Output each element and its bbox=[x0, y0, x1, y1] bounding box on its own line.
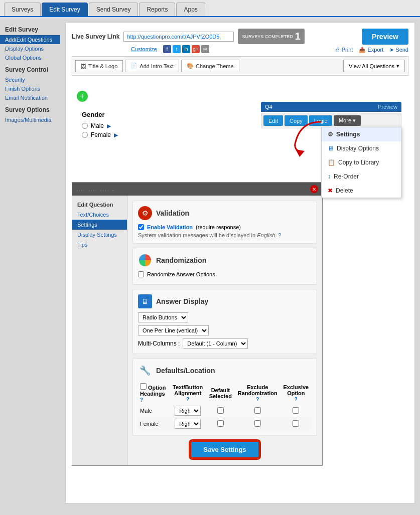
female-exclusive-checkbox[interactable] bbox=[293, 420, 299, 427]
answer-display-header: 🖥 Answer Display bbox=[138, 294, 312, 308]
female-exclude-checkbox[interactable] bbox=[254, 420, 261, 427]
more-dropdown: ⚙ Settings 🖥 Display Options 📋 Copy to L… bbox=[321, 127, 401, 198]
female-alignment-select[interactable]: Right Left Center bbox=[175, 419, 201, 429]
option-help-icon[interactable]: ? bbox=[140, 397, 143, 403]
q4-more-button[interactable]: More ▾ bbox=[334, 115, 361, 126]
more-menu-reorder[interactable]: ↕ Re-Order bbox=[322, 169, 401, 184]
surveys-completed-count: 1 bbox=[295, 31, 301, 42]
tab-apps[interactable]: Apps bbox=[176, 3, 205, 16]
layout-select[interactable]: One Per Line (vertical) Two Per Line Thr… bbox=[138, 325, 209, 335]
send-icon: ➤ bbox=[389, 47, 394, 53]
edit-modal-sidebar: Edit Question Text/Choices Settings Disp… bbox=[72, 196, 127, 465]
enable-validation-checkbox[interactable] bbox=[138, 224, 144, 230]
edit-modal-body: Edit Question Text/Choices Settings Disp… bbox=[72, 196, 322, 465]
validation-icon: ⚙ bbox=[138, 206, 152, 220]
facebook-icon[interactable]: f bbox=[163, 45, 171, 53]
print-link[interactable]: 🖨 Print bbox=[335, 47, 353, 53]
export-link[interactable]: 📤 Export bbox=[359, 47, 383, 53]
surveys-completed-box: SURVEYS COMPLETED 1 bbox=[238, 29, 305, 44]
change-theme-button[interactable]: 🎨 Change Theme bbox=[181, 60, 239, 72]
more-menu-display-options[interactable]: 🖥 Display Options bbox=[322, 141, 401, 155]
title-logo-icon: 🖼 bbox=[81, 63, 86, 69]
q4-copy-button[interactable]: Copy bbox=[285, 115, 308, 126]
tab-edit-survey[interactable]: Edit Survey bbox=[42, 3, 87, 16]
modal-sidebar-text-choices[interactable]: Text/Choices bbox=[72, 210, 127, 220]
more-menu-copy-to-library[interactable]: 📋 Copy to Library bbox=[322, 155, 401, 169]
randomization-title: Randomization bbox=[156, 256, 206, 264]
change-theme-icon: 🎨 bbox=[187, 63, 194, 69]
male-arrow[interactable]: ▶ bbox=[107, 123, 111, 129]
female-radio[interactable] bbox=[82, 132, 88, 138]
google-icon[interactable]: g+ bbox=[192, 45, 200, 53]
sidebar-item-security[interactable]: Security bbox=[0, 75, 60, 84]
exclusive-help-icon[interactable]: ? bbox=[295, 397, 298, 402]
save-settings-button[interactable]: Save Settings bbox=[190, 441, 259, 458]
sidebar-item-global-options[interactable]: Global Options bbox=[0, 53, 60, 62]
linkedin-icon[interactable]: in bbox=[182, 45, 190, 53]
female-exclusive-cell bbox=[281, 417, 312, 430]
randomize-checkbox[interactable] bbox=[138, 271, 144, 277]
live-survey-url[interactable] bbox=[123, 32, 234, 42]
preview-button[interactable]: Preview bbox=[362, 29, 408, 45]
more-menu-settings[interactable]: ⚙ Settings bbox=[322, 127, 401, 141]
male-default-checkbox[interactable] bbox=[217, 407, 224, 414]
randomize-row: Randomize Answer Options bbox=[138, 271, 312, 277]
twitter-icon[interactable]: t bbox=[173, 45, 181, 53]
sidebar-item-finish-options[interactable]: Finish Options bbox=[0, 84, 60, 93]
add-intro-text-button[interactable]: 📄 Add Intro Text bbox=[125, 60, 179, 72]
alignment-help-icon[interactable]: ? bbox=[186, 397, 189, 402]
sidebar-item-display-options[interactable]: Display Options bbox=[0, 44, 60, 53]
copy-library-icon: 📋 bbox=[328, 159, 335, 166]
more-menu-delete[interactable]: ✖ Delete bbox=[322, 184, 401, 198]
export-icon: 📤 bbox=[359, 47, 366, 53]
sidebar-item-add-edit-questions[interactable]: Add/Edit Questions bbox=[0, 35, 60, 44]
add-question-button[interactable]: + bbox=[77, 91, 88, 102]
edit-modal-close-button[interactable]: ✕ bbox=[310, 185, 318, 193]
social-icons: f t in g+ ✉ bbox=[163, 45, 209, 53]
male-label: Male bbox=[91, 122, 104, 129]
white-box: Live Survey Link SURVEYS COMPLETED 1 Cus… bbox=[65, 22, 415, 503]
multi-column-select[interactable]: Default (1 - Column) 2 Columns 3 Columns bbox=[183, 338, 248, 349]
sidebar-item-images-multimedia[interactable]: Images/Multimedia bbox=[0, 115, 60, 124]
display-options-icon: 🖥 bbox=[328, 145, 334, 152]
sidebar-section-survey-control: Survey Control bbox=[0, 62, 60, 75]
select-all-checkbox[interactable] bbox=[140, 383, 147, 390]
modal-sidebar-display-settings[interactable]: Display Settings bbox=[72, 230, 127, 240]
table-row: Male Right Left Center bbox=[138, 404, 312, 417]
male-exclusive-cell bbox=[281, 404, 312, 417]
col-exclude-random-heading: Exclude Randomization ? bbox=[235, 382, 281, 404]
sidebar-item-email-notification[interactable]: Email Notification bbox=[0, 93, 60, 102]
q4-logic-button[interactable]: Logic bbox=[309, 115, 332, 126]
tab-reports[interactable]: Reports bbox=[139, 3, 175, 16]
answer-display-section: 🖥 Answer Display Radio Buttons Checkboxe… bbox=[132, 289, 317, 354]
gear-icon: ⚙ bbox=[328, 131, 333, 138]
female-arrow[interactable]: ▶ bbox=[114, 132, 118, 138]
female-default-checkbox[interactable] bbox=[217, 420, 224, 427]
modal-sidebar-settings[interactable]: Settings bbox=[72, 220, 127, 230]
defaults-icon: 🔧 bbox=[138, 364, 152, 378]
answer-type-select[interactable]: Radio Buttons Checkboxes Dropdown bbox=[138, 312, 188, 322]
male-alignment-select[interactable]: Right Left Center bbox=[175, 406, 201, 416]
exclude-help-icon[interactable]: ? bbox=[256, 397, 259, 402]
view-all-questions-button[interactable]: View All Questions ▾ bbox=[343, 60, 405, 72]
male-exclusive-checkbox[interactable] bbox=[293, 407, 299, 414]
top-right-actions: Preview 🖨 Print 📤 Export ➤ Send bbox=[335, 29, 408, 53]
tab-surveys[interactable]: Surveys bbox=[4, 3, 41, 16]
q4-edit-button[interactable]: Edit bbox=[263, 115, 283, 126]
top-navigation: Surveys Edit Survey Send Survey Reports … bbox=[0, 0, 420, 17]
customize-link[interactable]: Customize bbox=[131, 46, 157, 52]
defaults-title: Defaults/Location bbox=[156, 367, 215, 375]
q4-preview-link[interactable]: Preview bbox=[378, 104, 397, 110]
randomization-icon bbox=[138, 253, 152, 267]
send-link[interactable]: ➤ Send bbox=[389, 47, 408, 53]
email-icon[interactable]: ✉ bbox=[201, 45, 209, 53]
male-radio[interactable] bbox=[82, 123, 88, 129]
col-option-heading: Option Headings ? bbox=[138, 382, 169, 404]
male-exclude-checkbox[interactable] bbox=[254, 407, 261, 414]
title-logo-button[interactable]: 🖼 Title & Logo bbox=[75, 60, 123, 72]
modal-sidebar-tips[interactable]: Tips bbox=[72, 240, 127, 250]
tab-send-survey[interactable]: Send Survey bbox=[89, 3, 138, 16]
validation-help-icon[interactable]: ? bbox=[278, 233, 281, 238]
question-area: + Gender Male ▶ Female ▶ bbox=[72, 82, 408, 332]
defaults-header: 🔧 Defaults/Location bbox=[138, 364, 312, 378]
